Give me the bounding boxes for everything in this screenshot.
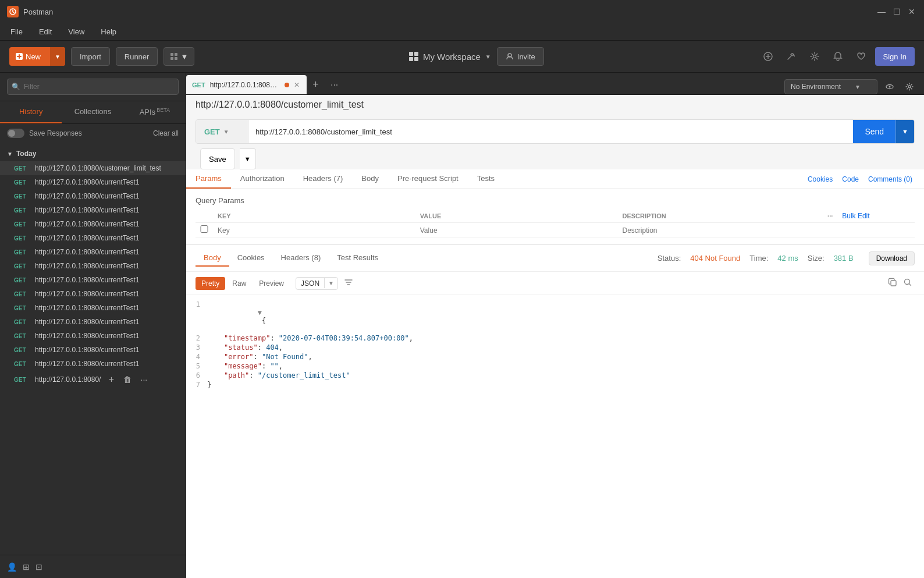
tab-tests[interactable]: Tests [468,169,504,189]
history-item-5[interactable]: GET http://127.0.0.1:8080/currentTest1 [0,231,186,245]
resp-tab-cookies[interactable]: Cookies [229,250,273,267]
sidebar-tab-apis[interactable]: APIsBETA [124,101,186,123]
format-pretty[interactable]: Pretty [196,277,225,290]
key-input[interactable] [218,226,411,235]
history-url: http://127.0.0.1:8080/currentTest1 [35,318,139,326]
history-item-0[interactable]: GET http://127.0.0.1:8080/customer_limit… [0,161,186,175]
format-dropdown-icon[interactable]: ▼ [324,278,337,288]
history-item-2[interactable]: GET http://127.0.0.1:8080/currentTest1 [0,189,186,203]
comments-link[interactable]: Comments (0) [863,175,917,183]
wrench-icon-button[interactable] [782,47,801,66]
code-link[interactable]: Code [837,175,863,183]
settings-icon-button[interactable] [805,47,824,66]
menu-view[interactable]: View [65,25,88,38]
maximize-button[interactable]: ☐ [891,6,902,17]
bell-icon-button[interactable] [829,47,847,66]
tab-add-button[interactable]: + [307,75,325,94]
history-item-7[interactable]: GET http://127.0.0.1:8080/currentTest1 [0,259,186,273]
menu-file[interactable]: File [7,25,26,38]
clear-all-button[interactable]: Clear all [153,129,179,137]
menu-edit[interactable]: Edit [35,25,55,38]
env-eye-button[interactable] [882,79,897,94]
history-item-15[interactable]: GET http://127.0.0.1:8080/ + 🗑 ··· [0,371,186,388]
beta-badge: BETA [157,107,170,113]
value-input[interactable] [420,226,613,235]
copy-response-button[interactable] [886,275,900,291]
code-area: 1 ▼ { 2 "timestamp": "2020-07-04T08:39:5… [186,295,924,578]
sign-in-button[interactable]: Sign In [875,47,915,66]
history-item-6[interactable]: GET http://127.0.0.1:8080/currentTest1 [0,245,186,259]
history-item-1[interactable]: GET http://127.0.0.1:8080/currentTest1 [0,175,186,189]
code-line-7: 7 } [186,380,924,389]
bulk-edit-button[interactable]: Bulk Edit [842,212,869,220]
resp-tab-body[interactable]: Body [196,250,229,267]
request-area: http://127.0.0.1:8080/customer_limit_tes… [186,95,924,169]
user-icon[interactable]: 👤 [7,562,17,572]
download-button[interactable]: Download [869,251,915,265]
history-item-13[interactable]: GET http://127.0.0.1:8080/currentTest1 [0,343,186,357]
history-item-8[interactable]: GET http://127.0.0.1:8080/currentTest1 [0,273,186,287]
save-button[interactable]: Save [200,148,235,169]
tab-prerequest[interactable]: Pre-request Script [388,169,468,189]
format-raw[interactable]: Raw [226,277,252,290]
env-dropdown[interactable]: No Environment ▼ [784,79,877,94]
param-checkbox[interactable] [200,225,208,233]
send-dropdown-button[interactable]: ▼ [895,120,914,143]
workspace-button[interactable]: My Workspace ▼ [409,52,491,62]
tab-close-icon[interactable]: ✕ [294,81,300,89]
tab-authorization[interactable]: Authorization [231,169,294,189]
history-item-12[interactable]: GET http://127.0.0.1:8080/currentTest1 [0,329,186,343]
method-badge: GET [14,319,30,325]
minimize-button[interactable]: — [876,6,887,17]
trash-icon[interactable]: 🗑 [122,374,133,385]
save-dropdown-button[interactable]: ▼ [240,148,256,169]
history-item-11[interactable]: GET http://127.0.0.1:8080/currentTest1 [0,315,186,329]
history-item-9[interactable]: GET http://127.0.0.1:8080/currentTest1 [0,287,186,301]
send-button[interactable]: Send [853,120,895,143]
interceptor-button[interactable]: ▼ [164,47,194,66]
runner-button[interactable]: Runner [116,47,158,66]
new-button[interactable]: New ▼ [9,47,65,66]
invite-button[interactable]: Invite [497,47,544,66]
format-preview[interactable]: Preview [253,277,290,290]
sidebar-tab-history[interactable]: History [0,101,62,123]
tab-headers[interactable]: Headers (7) [294,169,353,189]
env-gear-button[interactable] [902,79,917,94]
more-icon[interactable]: ··· [138,374,150,385]
tab-params[interactable]: Params [186,169,231,189]
resp-tabs: Body Cookies Headers (8) Test Results [196,250,386,267]
desc-input[interactable] [623,226,816,235]
history-item-4[interactable]: GET http://127.0.0.1:8080/currentTest1 [0,217,186,231]
resp-tab-testresults[interactable]: Test Results [329,250,386,267]
sidebar-tab-collections[interactable]: Collections [62,101,123,123]
tab-body[interactable]: Body [352,169,388,189]
method-badge: GET [14,277,30,283]
request-tabs: Params Authorization Headers (7) Body Pr… [186,169,924,189]
terminal-icon[interactable]: ⊡ [35,562,42,572]
history-item-3[interactable]: GET http://127.0.0.1:8080/currentTest1 [0,203,186,217]
add-icon[interactable]: + [105,374,117,385]
search-response-button[interactable] [901,275,915,291]
resp-tab-headers[interactable]: Headers (8) [273,250,329,267]
method-select[interactable]: GET ▼ [196,120,248,143]
satellite-icon-button[interactable] [759,47,777,66]
heart-icon-button[interactable] [852,47,870,66]
menu-help[interactable]: Help [97,25,120,38]
save-responses-toggle[interactable] [7,129,24,138]
more-params-icon[interactable]: ··· [827,212,833,219]
request-tab-active[interactable]: GET http://127.0.0.1:8080/customer_l ✕ [186,75,307,94]
cookies-link[interactable]: Cookies [803,175,837,183]
import-button[interactable]: Import [71,47,110,66]
history-item-10[interactable]: GET http://127.0.0.1:8080/currentTest1 [0,301,186,315]
desc-col-header: DESCRIPTION [618,210,820,223]
history-url: http://127.0.0.1:8080/currentTest1 [35,346,139,354]
sidebar-search-input[interactable] [7,79,179,95]
filter-icon-button[interactable] [342,275,356,291]
tab-more-button[interactable]: ··· [325,75,344,94]
grid-icon[interactable]: ⊞ [23,562,30,572]
close-button[interactable]: ✕ [907,6,917,17]
status-label: Status: [658,254,681,263]
response-header: Body Cookies Headers (8) Test Results St… [186,245,924,272]
url-input[interactable] [248,120,853,143]
history-item-14[interactable]: GET http://127.0.0.1:8080/currentTest1 [0,357,186,371]
